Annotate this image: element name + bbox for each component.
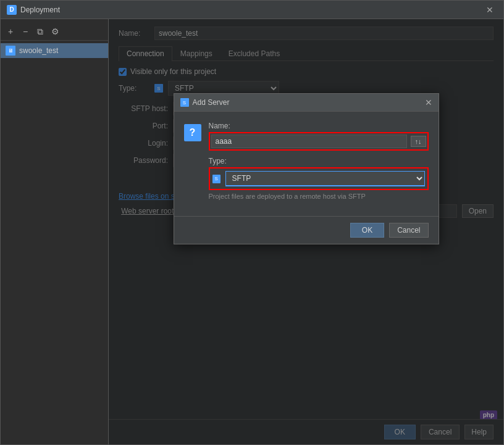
modal-type-label: Type:: [209, 157, 429, 165]
modal-help-icon: ?: [184, 124, 201, 141]
sidebar-toolbar: + − ⧉ ⚙: [1, 23, 108, 41]
remove-server-button[interactable]: −: [19, 25, 32, 38]
modal-type-select-wrapper: S SFTP FTP Local or mounted folder: [209, 167, 429, 190]
main-content: + − ⧉ ⚙ 🖥 swoole_test: [1, 19, 503, 444]
modal-name-label: Name:: [209, 122, 429, 130]
copy-server-button[interactable]: ⧉: [34, 25, 46, 38]
title-bar-left: D Deployment: [7, 5, 60, 15]
main-window: D Deployment ✕ + − ⧉ ⚙: [0, 0, 504, 445]
server-icon: 🖥: [6, 46, 15, 56]
modal-title: Add Server: [193, 98, 230, 107]
modal-close-button[interactable]: ✕: [425, 98, 432, 107]
modal-title-bar-left: S Add Server: [180, 98, 230, 107]
modal-sftp-icon: S: [212, 175, 220, 183]
modal-fields: Name: ↑↓ Type:: [209, 122, 429, 206]
modal-type-select[interactable]: SFTP FTP Local or mounted folder: [225, 171, 425, 186]
modal-type-hint: Project files are deployed to a remote h…: [209, 193, 429, 200]
modal-title-bar: S Add Server ✕: [174, 94, 439, 112]
sidebar: + − ⧉ ⚙ 🖥 swoole_test: [1, 19, 109, 444]
add-server-button[interactable]: +: [4, 25, 17, 38]
sidebar-item-swoole-test[interactable]: 🖥 swoole_test: [1, 43, 108, 58]
modal-name-group: Name: ↑↓: [209, 122, 429, 151]
modal-title-icon: S: [180, 98, 189, 107]
modal-type-group: Type: S SFTP FTP Local or mounted folder: [209, 157, 429, 200]
modal-cancel-button[interactable]: Cancel: [389, 223, 428, 238]
modal-ok-button[interactable]: OK: [350, 223, 384, 238]
modal-name-input[interactable]: [211, 135, 407, 148]
modal-footer: OK Cancel: [174, 216, 439, 244]
add-server-modal: S Add Server ✕ ? Name:: [174, 93, 439, 244]
right-panel: Name: Connection Mappings Excluded Paths…: [109, 19, 503, 444]
window-close-button[interactable]: ✕: [482, 4, 497, 16]
settings-button[interactable]: ⚙: [49, 25, 61, 38]
modal-body: ? Name: ↑↓: [174, 112, 439, 216]
modal-name-input-row: ↑↓: [209, 132, 429, 151]
sidebar-item-label: swoole_test: [19, 46, 58, 55]
window-title: Deployment: [20, 6, 60, 14]
modal-sort-button[interactable]: ↑↓: [411, 136, 426, 147]
deployment-icon: D: [7, 5, 17, 15]
modal-overlay: S Add Server ✕ ? Name:: [109, 19, 503, 444]
title-bar: D Deployment ✕: [1, 1, 503, 19]
